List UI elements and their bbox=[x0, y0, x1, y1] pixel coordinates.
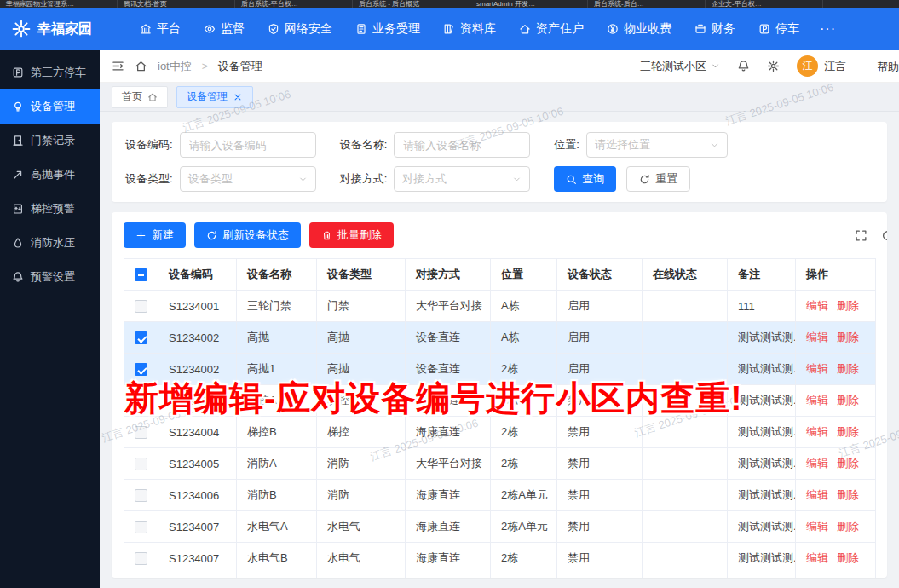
tab-home[interactable]: 首页 bbox=[112, 86, 168, 108]
app-header: 幸福家园 平台监督网络安全业务受理资料库资产住户物业收费财务停车 ··· bbox=[0, 8, 899, 50]
cell-code: S1234004 bbox=[158, 417, 237, 448]
delete-link[interactable]: 删除 bbox=[837, 362, 859, 375]
sidebar-item-label: 设备管理 bbox=[31, 99, 75, 114]
cell-mode: 海康直连 bbox=[406, 574, 491, 579]
row-checkbox[interactable] bbox=[135, 331, 147, 344]
cell-name: 水电气B bbox=[237, 543, 317, 574]
nav-item-supervision[interactable]: 监督 bbox=[204, 21, 245, 37]
nav-item-network-security[interactable]: 网络安全 bbox=[268, 21, 332, 37]
sidebar-item-fire-water-pressure[interactable]: 消防水压 bbox=[0, 226, 100, 260]
cell-mode: 海康直连 bbox=[406, 385, 491, 417]
browser-tab[interactable]: 后台系统 - 后台概览 bbox=[353, 0, 470, 8]
search-button[interactable]: 查询 bbox=[554, 166, 616, 192]
nav-item-label: 资产住户 bbox=[536, 21, 584, 37]
location-select[interactable]: 请选择位置 bbox=[586, 132, 728, 158]
nav-more-button[interactable]: ··· bbox=[820, 21, 836, 37]
fullscreen-icon[interactable] bbox=[855, 229, 867, 242]
sidebar-item-third-party-parking[interactable]: 第三方停车 bbox=[0, 55, 100, 89]
community-selector[interactable]: 三轮测试小区 bbox=[640, 59, 720, 74]
cell-location: 2栋 bbox=[491, 543, 557, 574]
menu-fold-icon[interactable] bbox=[112, 60, 124, 72]
cell-code: S1234007 bbox=[158, 511, 237, 543]
delete-link[interactable]: 删除 bbox=[837, 394, 859, 406]
sidebar-item-label: 梯控预警 bbox=[31, 201, 75, 216]
device-name-input[interactable] bbox=[394, 132, 530, 158]
reload-icon[interactable] bbox=[881, 229, 887, 242]
nav-item-parking[interactable]: 停车 bbox=[758, 21, 799, 37]
delete-link[interactable]: 删除 bbox=[837, 520, 859, 533]
device-type-select[interactable]: 设备类型 bbox=[180, 166, 316, 192]
browser-tab[interactable]: 后台系统-后台… bbox=[588, 0, 706, 8]
edit-link[interactable]: 编辑 bbox=[806, 362, 828, 375]
edit-link[interactable]: 编辑 bbox=[806, 457, 828, 470]
warning-settings-icon bbox=[12, 271, 24, 283]
sidebar-item-high-throw-events[interactable]: 高抛事件 bbox=[0, 158, 100, 192]
browser-tab[interactable]: 幸福家园物业管理系… bbox=[0, 0, 118, 8]
cell-status: 启用 bbox=[557, 322, 643, 354]
column-header: 操作 bbox=[796, 259, 876, 291]
cell-online bbox=[643, 543, 728, 574]
delete-link[interactable]: 删除 bbox=[837, 488, 859, 501]
device-icon bbox=[12, 101, 24, 112]
row-checkbox[interactable] bbox=[135, 521, 147, 533]
browser-tab[interactable]: smartAdmin 开发… bbox=[470, 0, 588, 8]
device-code-input[interactable] bbox=[180, 132, 316, 158]
breadcrumb-home-icon[interactable] bbox=[135, 60, 147, 72]
fee-icon bbox=[607, 23, 619, 35]
sidebar-item-elevator-warning[interactable]: 梯控预警 bbox=[0, 192, 100, 226]
nav-item-asset-resident[interactable]: 资产住户 bbox=[519, 21, 584, 37]
cell-remark: 111 bbox=[728, 291, 796, 322]
bell-icon[interactable] bbox=[737, 60, 750, 72]
cell-operations: 编辑删除 bbox=[796, 480, 876, 511]
row-checkbox[interactable] bbox=[135, 552, 147, 565]
nav-item-library[interactable]: 资料库 bbox=[443, 21, 496, 37]
delete-link[interactable]: 删除 bbox=[837, 551, 859, 564]
delete-link[interactable]: 删除 bbox=[837, 331, 859, 343]
batch-delete-button[interactable]: 批量删除 bbox=[309, 222, 394, 248]
browser-tab[interactable]: 腾讯文档-首页 bbox=[118, 0, 235, 8]
delete-link[interactable]: 删除 bbox=[837, 457, 859, 470]
edit-link[interactable]: 编辑 bbox=[806, 394, 828, 406]
tab-device-management[interactable]: 设备管理 bbox=[176, 86, 253, 108]
help-link[interactable]: 帮助文档 bbox=[877, 60, 899, 75]
browser-tab[interactable]: 企业文-平台权… bbox=[706, 0, 823, 8]
new-button[interactable]: 新建 bbox=[124, 222, 186, 248]
browser-tab[interactable]: 后台系统-平台权… bbox=[235, 0, 353, 8]
delete-link[interactable]: 删除 bbox=[837, 299, 859, 312]
nav-item-property-fees[interactable]: 物业收费 bbox=[607, 21, 671, 37]
refresh-device-status-button[interactable]: 刷新设备状态 bbox=[194, 222, 301, 248]
edit-link[interactable]: 编辑 bbox=[806, 520, 828, 533]
user-menu[interactable]: 江 江言 bbox=[797, 55, 846, 77]
cell-mode: 海康直连 bbox=[406, 511, 491, 543]
row-checkbox[interactable] bbox=[135, 489, 147, 502]
connect-mode-select[interactable]: 对接方式 bbox=[394, 166, 530, 192]
edit-link[interactable]: 编辑 bbox=[806, 425, 828, 438]
sidebar-item-door-records[interactable]: 门禁记录 bbox=[0, 124, 100, 158]
row-checkbox[interactable] bbox=[135, 363, 147, 376]
cell-remark: 测试测试测... bbox=[728, 480, 796, 511]
select-all-checkbox[interactable] bbox=[135, 268, 147, 281]
breadcrumb-parent[interactable]: iot中控 bbox=[158, 59, 192, 74]
sidebar-item-warning-settings[interactable]: 预警设置 bbox=[0, 260, 100, 294]
row-checkbox[interactable] bbox=[135, 458, 147, 470]
reset-button[interactable]: 重置 bbox=[626, 166, 690, 192]
row-checkbox[interactable] bbox=[135, 426, 147, 439]
table-row: S1234002高抛1高抛设备直连2栋启用测试测试测...编辑删除 bbox=[124, 354, 876, 385]
sidebar-item-device-management[interactable]: 设备管理 bbox=[0, 89, 100, 124]
edit-link[interactable]: 编辑 bbox=[806, 551, 828, 564]
cell-remark: 测试测试测... bbox=[728, 322, 796, 354]
nav-item-platform[interactable]: 平台 bbox=[140, 21, 181, 37]
row-checkbox[interactable] bbox=[135, 300, 147, 313]
gear-icon[interactable] bbox=[767, 60, 780, 72]
edit-link[interactable]: 编辑 bbox=[806, 299, 828, 312]
close-tab-icon[interactable] bbox=[233, 92, 243, 102]
edit-link[interactable]: 编辑 bbox=[806, 488, 828, 501]
nav-item-business-acceptance[interactable]: 业务受理 bbox=[355, 21, 420, 37]
parking-icon bbox=[758, 23, 770, 35]
topbar: iot中控 > 设备管理 三轮测试小区 江 江言 帮助文档 bbox=[100, 50, 899, 83]
device-table: 设备编码设备名称设备类型对接方式位置设备状态在线状态备注操作 S1234001三… bbox=[124, 258, 876, 578]
delete-link[interactable]: 删除 bbox=[837, 425, 859, 438]
nav-item-finance[interactable]: 财务 bbox=[694, 21, 735, 37]
edit-link[interactable]: 编辑 bbox=[806, 331, 828, 343]
row-checkbox[interactable] bbox=[135, 395, 147, 407]
